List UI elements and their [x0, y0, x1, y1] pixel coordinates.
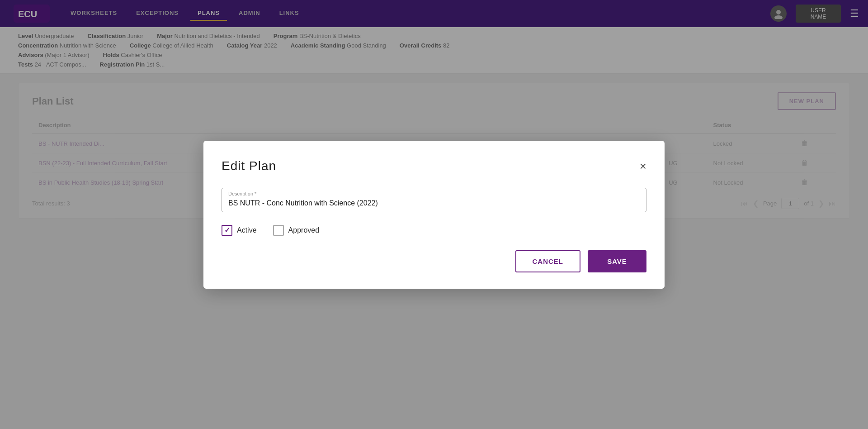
approved-label: Approved: [288, 226, 320, 234]
modal-close-button[interactable]: ×: [640, 160, 646, 172]
approved-checkbox[interactable]: [273, 225, 284, 236]
description-input-label: Description *: [228, 191, 256, 196]
modal-actions: CANCEL SAVE: [222, 250, 646, 272]
approved-checkbox-group: Approved: [273, 225, 320, 236]
save-button[interactable]: SAVE: [588, 250, 646, 272]
modal-header: Edit Plan ×: [222, 159, 646, 173]
modal-overlay: Edit Plan × Description * Active Approve…: [0, 0, 868, 429]
cancel-button[interactable]: CANCEL: [515, 250, 581, 272]
active-label: Active: [237, 226, 257, 234]
active-checkbox-group: Active: [222, 225, 257, 236]
edit-plan-modal: Edit Plan × Description * Active Approve…: [203, 141, 665, 289]
active-checkbox[interactable]: [222, 225, 232, 236]
description-field: Description *: [222, 188, 646, 212]
modal-title: Edit Plan: [222, 159, 276, 173]
description-input[interactable]: [228, 199, 640, 207]
modal-checkboxes: Active Approved: [222, 225, 646, 236]
